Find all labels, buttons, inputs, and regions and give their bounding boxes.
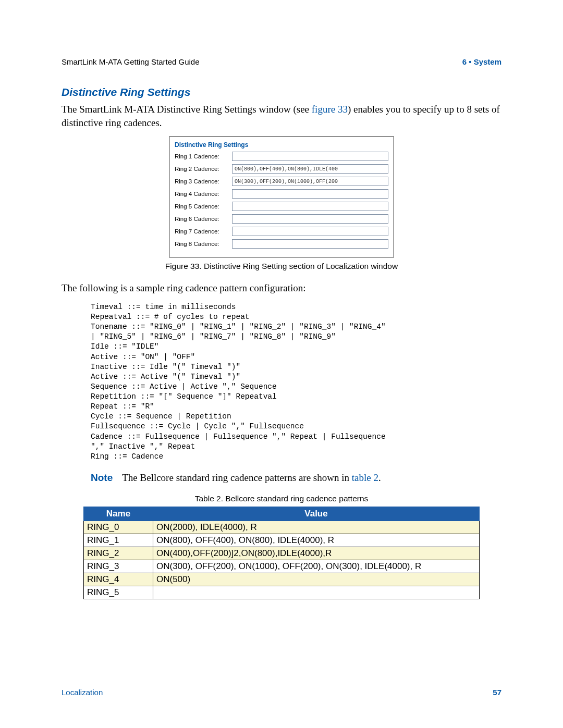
shot-row: Ring 1 Cadence: (175, 152, 388, 161)
note-text-part1: The Bellcore standard ring cadence patte… (122, 472, 352, 483)
note-label: Note (91, 472, 113, 483)
intro-part1: The SmartLink M-ATA Distinctive Ring Set… (62, 104, 312, 115)
ring-4-cadence-input[interactable] (232, 189, 388, 199)
ring-1-cadence-input[interactable] (232, 152, 388, 161)
table-caption: Table 2. Bellcore standard ring cadence … (62, 494, 501, 503)
shot-label: Ring 8 Cadence: (175, 241, 232, 247)
shot-row: Ring 2 Cadence: ON(800),OFF(400),ON(800)… (175, 164, 388, 174)
table-row: RING_4 ON(500) (84, 573, 480, 586)
table-row: RING_5 (84, 586, 480, 599)
cell-value: ON(400),OFF(200)]2,ON(800),IDLE(4000),R (153, 547, 480, 560)
ring-6-cadence-input[interactable] (232, 214, 388, 224)
shot-label: Ring 2 Cadence: (175, 166, 232, 172)
shot-label: Ring 3 Cadence: (175, 178, 232, 184)
note-line: NoteThe Bellcore standard ring cadence p… (91, 472, 501, 484)
figure-caption: Figure 33. Distinctive Ring Setting sect… (62, 262, 501, 271)
section-title: Distinctive Ring Settings (62, 86, 501, 98)
running-footer: Localization 57 (62, 688, 501, 697)
table-link[interactable]: table 2 (352, 472, 378, 483)
ring-2-cadence-input[interactable]: ON(800),OFF(400),ON(800),IDLE(400 (232, 164, 388, 174)
footer-left: Localization (62, 688, 103, 697)
following-paragraph: The following is a sample ring cadence p… (62, 281, 501, 295)
footer-right: 57 (493, 688, 501, 697)
shot-row: Ring 3 Cadence: ON(300),OFF(200),ON(1000… (175, 177, 388, 186)
table-row: RING_3 ON(300), OFF(200), ON(1000), OFF(… (84, 560, 480, 573)
intro-paragraph: The SmartLink M-ATA Distinctive Ring Set… (62, 103, 501, 129)
cell-value (153, 586, 480, 599)
bellcore-table: Name Value RING_0 ON(2000), IDLE(4000), … (83, 507, 480, 599)
shot-label: Ring 1 Cadence: (175, 153, 232, 159)
cell-name: RING_3 (84, 560, 153, 573)
cell-value: ON(800), OFF(400), ON(800), IDLE(4000), … (153, 534, 480, 547)
ring-8-cadence-input[interactable] (232, 239, 388, 249)
running-header: SmartLink M-ATA Getting Started Guide 6 … (62, 57, 501, 66)
shot-row: Ring 6 Cadence: (175, 214, 388, 224)
table-header-value: Value (153, 507, 480, 521)
cell-value: ON(300), OFF(200), ON(1000), OFF(200), O… (153, 560, 480, 573)
table-row: RING_2 ON(400),OFF(200)]2,ON(800),IDLE(4… (84, 547, 480, 560)
cell-name: RING_1 (84, 534, 153, 547)
shot-row: Ring 5 Cadence: (175, 202, 388, 211)
ring-5-cadence-input[interactable] (232, 202, 388, 211)
header-right: 6 • System (462, 57, 501, 66)
header-left: SmartLink M-ATA Getting Started Guide (62, 57, 200, 66)
cell-name: RING_5 (84, 586, 153, 599)
cell-value: ON(2000), IDLE(4000), R (153, 521, 480, 534)
shot-label: Ring 7 Cadence: (175, 228, 232, 235)
shot-row: Ring 4 Cadence: (175, 189, 388, 199)
shot-title: Distinctive Ring Settings (175, 141, 388, 149)
shot-row: Ring 8 Cadence: (175, 239, 388, 249)
figure-link[interactable]: figure 33 (312, 104, 348, 115)
ring-3-cadence-input[interactable]: ON(300),OFF(200),ON(1000),OFF(200 (232, 177, 388, 186)
shot-row: Ring 7 Cadence: (175, 227, 388, 236)
shot-label: Ring 5 Cadence: (175, 203, 232, 209)
shot-label: Ring 4 Cadence: (175, 191, 232, 197)
cadence-grammar-code: Timeval ::= time in milliseconds Repeatv… (91, 302, 501, 462)
ring-settings-screenshot: Distinctive Ring Settings Ring 1 Cadence… (169, 137, 394, 257)
table-row: RING_0 ON(2000), IDLE(4000), R (84, 521, 480, 534)
cell-name: RING_2 (84, 547, 153, 560)
cell-value: ON(500) (153, 573, 480, 586)
cell-name: RING_0 (84, 521, 153, 534)
table-header-name: Name (84, 507, 153, 521)
cell-name: RING_4 (84, 573, 153, 586)
note-text-part2: . (378, 472, 381, 483)
table-row: RING_1 ON(800), OFF(400), ON(800), IDLE(… (84, 534, 480, 547)
shot-label: Ring 6 Cadence: (175, 216, 232, 222)
ring-7-cadence-input[interactable] (232, 227, 388, 236)
